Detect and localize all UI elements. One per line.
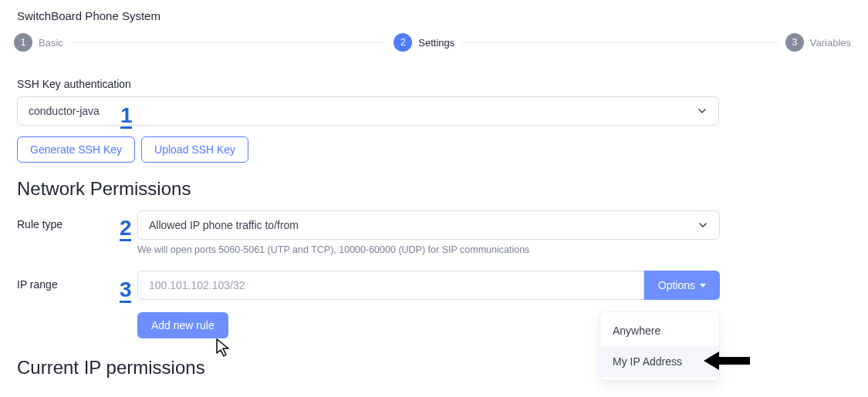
page-title: SwitchBoard Phone System <box>17 9 851 22</box>
rule-type-value: Allowed IP phone traffic to/from <box>149 219 299 231</box>
step-variables[interactable]: 3 Variables <box>785 33 851 52</box>
step-divider <box>462 42 778 43</box>
step-basic[interactable]: 1 Basic <box>14 33 63 52</box>
step-divider <box>71 42 387 43</box>
ssh-key-selected-value: conductor-java <box>29 105 100 117</box>
network-permissions-heading: Network Permissions <box>17 178 851 200</box>
cursor-icon <box>215 338 232 358</box>
arrow-left-icon <box>704 350 750 372</box>
step-number: 2 <box>393 33 412 52</box>
options-button-label: Options <box>658 279 695 291</box>
ssh-heading: SSH Key authentication <box>17 78 851 90</box>
options-dropdown-menu: Anywhere My IP Address <box>599 311 720 381</box>
ip-range-input[interactable] <box>137 271 644 300</box>
generate-ssh-key-button[interactable]: Generate SSH Key <box>17 136 135 163</box>
chevron-down-icon <box>697 220 708 230</box>
annotation-3: 3 <box>120 278 131 303</box>
annotation-2: 2 <box>120 216 131 241</box>
caret-down-icon <box>700 284 706 288</box>
chevron-down-icon <box>697 106 708 116</box>
step-label: Basic <box>39 37 63 49</box>
add-new-rule-button[interactable]: Add new rule <box>137 312 228 338</box>
step-settings[interactable]: 2 Settings <box>393 33 454 52</box>
svg-marker-0 <box>704 352 750 370</box>
upload-ssh-key-button[interactable]: Upload SSH Key <box>141 136 248 163</box>
options-item-my-ip[interactable]: My IP Address <box>600 346 719 377</box>
ip-range-options-button[interactable]: Options <box>644 271 720 300</box>
step-number: 1 <box>14 33 32 52</box>
step-label: Settings <box>418 37 454 49</box>
options-item-anywhere[interactable]: Anywhere <box>600 315 719 346</box>
annotation-1: 1 <box>120 103 132 129</box>
step-number: 3 <box>785 33 804 52</box>
rule-type-select[interactable]: Allowed IP phone traffic to/from <box>137 210 720 240</box>
step-label: Variables <box>810 37 851 49</box>
rule-type-help-text: We will open ports 5060-5061 (UTP and TC… <box>137 244 851 255</box>
stepper: 1 Basic 2 Settings 3 Variables <box>14 33 851 52</box>
